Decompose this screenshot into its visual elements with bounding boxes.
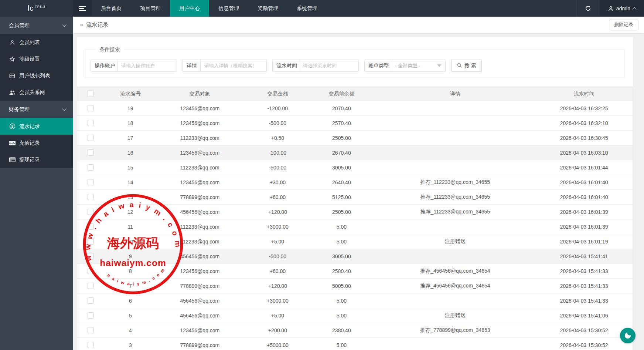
bill-type-select[interactable]: - 全部类型 -: [391, 60, 445, 71]
search-input-1[interactable]: [201, 60, 266, 71]
delete-records-button[interactable]: 删除记录: [609, 20, 638, 30]
cell-detail: [375, 160, 536, 175]
cell-detail: [375, 249, 536, 264]
top-nav-item-4[interactable]: 奖励管理: [248, 0, 287, 17]
cell-detail: [375, 293, 536, 308]
cell-amount: +60.00: [247, 264, 308, 279]
search-field-label: 详情: [183, 60, 201, 71]
row-checkbox[interactable]: [88, 268, 94, 274]
row-checkbox[interactable]: [88, 238, 94, 245]
search-button[interactable]: 搜 索: [451, 60, 482, 72]
sidebar-item-会员列表[interactable]: 会员列表: [0, 34, 73, 51]
sidebar-group-1[interactable]: 财务管理: [0, 101, 73, 118]
sidebar-item-流水记录[interactable]: 流水记录: [0, 118, 73, 135]
table-row-6: 6456456@qq.com+3000.005.002026-04-03 15:…: [77, 293, 633, 308]
cell-time: 2026-04-03 15:41:33: [535, 293, 633, 308]
row-checkbox[interactable]: [88, 253, 94, 259]
row-checkbox[interactable]: [88, 194, 94, 200]
table-row-8: 8123456@qq.com+60.002580.40推荐_456456@qq.…: [77, 264, 633, 279]
search-button-label: 搜 索: [464, 63, 476, 69]
sidebar-item-提现记录[interactable]: 提现记录: [0, 151, 73, 168]
search-row: 操作账户详情流水时间账单类型- 全部类型 -搜 索: [91, 60, 619, 72]
cell-id: 8: [108, 264, 153, 279]
table-row-3: 3778899@qq.com+5000.005.002026-04-03 15:…: [77, 338, 633, 350]
table-row-7: 7778899@qq.com+120.005005.00推荐_456456@qq…: [77, 279, 633, 293]
row-checkbox[interactable]: [88, 105, 94, 111]
sidebar-group-label: 财务管理: [9, 106, 30, 113]
cell-time: 2026-04-03 16:01:40: [535, 175, 633, 190]
row-checkbox[interactable]: [88, 283, 94, 289]
sidebar-item-label: 会员列表: [19, 39, 40, 46]
table-row-18: 18123456@qq.com-500.002570.402026-04-03 …: [77, 116, 633, 131]
top-nav-item-1[interactable]: 项目管理: [131, 0, 170, 17]
sidebar-group-0[interactable]: 会员管理: [0, 17, 73, 34]
cell-amount: -500.00: [247, 249, 308, 264]
col-header-amount: 交易金额: [247, 87, 308, 101]
row-checkbox[interactable]: [88, 120, 94, 126]
top-nav-item-3[interactable]: 信息管理: [209, 0, 248, 17]
sidebar-item-label: 等级设置: [19, 56, 40, 63]
row-checkbox[interactable]: [88, 327, 94, 333]
table-row-9: 9456456@qq.com-500.003005.002026-04-03 1…: [77, 249, 633, 264]
cell-time: 2026-04-03 15:41:06: [535, 308, 633, 323]
sidebar: 会员管理会员列表等级设置用户钱包列表会员关系网财务管理流水记录PayPal充值记…: [0, 17, 73, 350]
sidebar-item-label: 用户钱包列表: [19, 73, 50, 79]
top-nav-item-0[interactable]: 后台首页: [92, 0, 131, 17]
sidebar-toggle-button[interactable]: [73, 0, 92, 17]
row-checkbox[interactable]: [88, 149, 94, 156]
sidebar-item-等级设置[interactable]: 等级设置: [0, 51, 73, 67]
sidebar-item-label: 流水记录: [19, 123, 40, 130]
cell-balance: 2505.00: [308, 131, 375, 145]
row-checkbox[interactable]: [88, 312, 94, 319]
row-checkbox[interactable]: [88, 297, 94, 304]
search-input-0[interactable]: [117, 60, 177, 71]
row-checkbox[interactable]: [88, 179, 94, 185]
cell-account: 123456@qq.com: [153, 101, 247, 116]
row-checkbox[interactable]: [88, 223, 94, 230]
table-row-11: 11112233@qq.com+3000.005.002026-04-03 16…: [77, 219, 633, 234]
floating-action-button[interactable]: [620, 328, 636, 343]
col-header-account: 交易对象: [153, 87, 247, 101]
cell-time: 2026-04-03 16:01:39: [535, 205, 633, 219]
row-checkbox[interactable]: [88, 164, 94, 171]
sidebar-item-会员关系网[interactable]: 会员关系网: [0, 84, 73, 101]
cell-balance: 3005.00: [308, 160, 375, 175]
cell-amount: +60.00: [247, 190, 308, 205]
cell-id: 19: [108, 101, 153, 116]
cell-amount: -500.00: [247, 160, 308, 175]
cell-amount: +5.00: [247, 308, 308, 323]
user-menu[interactable]: admin: [599, 0, 644, 17]
cell-account: 456456@qq.com: [153, 293, 247, 308]
cell-account: 112233@qq.com: [153, 131, 247, 145]
cell-account: 112233@qq.com: [153, 160, 247, 175]
cell-time: 2026-04-03 16:01:19: [535, 234, 633, 249]
search-icon: [457, 63, 462, 69]
select-all-checkbox[interactable]: [88, 91, 94, 97]
bill-type-selected-value: - 全部类型 -: [395, 63, 420, 69]
row-checkbox[interactable]: [88, 135, 94, 141]
cell-amount: +120.00: [247, 279, 308, 293]
refresh-button[interactable]: [576, 0, 599, 17]
cell-time: 2026-04-03 16:03:10: [535, 145, 633, 160]
cell-balance: 2580.40: [308, 264, 375, 279]
row-checkbox[interactable]: [88, 342, 94, 348]
cell-time: 2026-04-03 16:32:10: [535, 116, 633, 131]
search-input-2[interactable]: [299, 60, 358, 71]
cell-time: 2026-04-03 16:32:25: [535, 101, 633, 116]
top-nav-item-2[interactable]: 用户中心: [170, 0, 209, 17]
cell-time: 2026-04-03 15:41:33: [535, 279, 633, 293]
cell-account: 778899@qq.com: [153, 279, 247, 293]
cell-id: 13: [108, 190, 153, 205]
sidebar-item-用户钱包列表[interactable]: 用户钱包列表: [0, 67, 73, 84]
cell-balance: 5.00: [308, 338, 375, 350]
breadcrumb-bar: » 流水记录 删除记录: [73, 17, 644, 33]
sidebar-item-充值记录[interactable]: PayPal充值记录: [0, 135, 73, 151]
cell-account: 456456@qq.com: [153, 308, 247, 323]
cell-time: 2026-04-03 16:01:44: [535, 160, 633, 175]
top-navigation: 后台首页项目管理用户中心信息管理奖励管理系统管理: [92, 0, 327, 17]
row-checkbox[interactable]: [88, 209, 94, 215]
card-icon: [9, 157, 16, 162]
top-nav-item-5[interactable]: 系统管理: [287, 0, 327, 17]
content-card: 条件搜索 操作账户详情流水时间账单类型- 全部类型 -搜 索 流水编号 交易对象…: [77, 37, 633, 350]
float-action-icon: [624, 332, 632, 340]
